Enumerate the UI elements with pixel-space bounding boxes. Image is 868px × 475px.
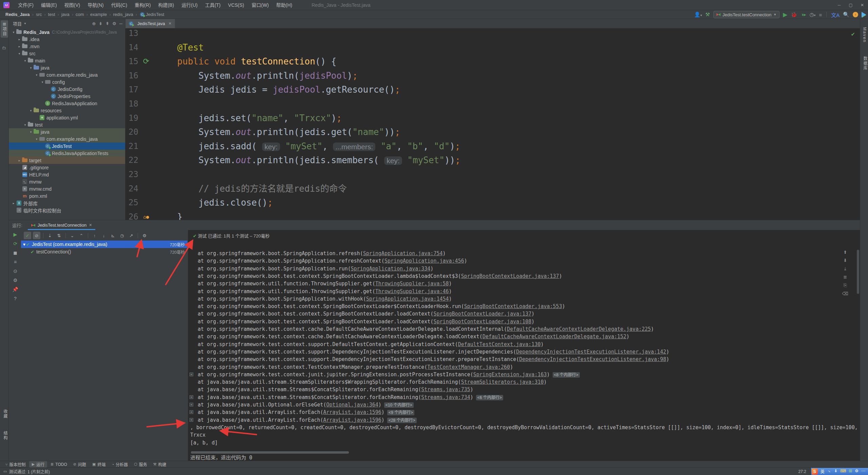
- tree-caret-icon[interactable]: ▾: [23, 242, 25, 247]
- update-icon[interactable]: ↑: [853, 12, 858, 17]
- project-tree-item[interactable]: ▾resources: [9, 107, 125, 114]
- stripe-tab-database[interactable]: 数据库: [862, 56, 868, 71]
- breadcrumb-item[interactable]: java: [61, 12, 70, 17]
- ime-board-icon[interactable]: ⊞: [849, 469, 852, 474]
- gear-icon[interactable]: ⚙: [141, 232, 148, 239]
- tree-caret-icon[interactable]: ▾: [17, 52, 21, 55]
- project-tree-item[interactable]: ▸.idea: [9, 36, 125, 43]
- stack-trace-link[interactable]: TestContextManager.java:260: [427, 364, 510, 370]
- menu-item[interactable]: 代码(C): [107, 0, 131, 10]
- search-everywhere-icon[interactable]: 🔍: [843, 12, 849, 18]
- user-icon[interactable]: 👤▾: [694, 12, 702, 18]
- project-tree-item[interactable]: ≋application.yml: [9, 114, 125, 121]
- ime-settings-icon[interactable]: ⚙: [855, 469, 859, 474]
- toolwindow-button-问题[interactable]: ⊘问题: [71, 461, 89, 468]
- tree-caret-icon[interactable]: ▾: [35, 137, 39, 141]
- breadcrumb-item[interactable]: test: [48, 12, 55, 17]
- tree-caret-icon[interactable]: ▾: [23, 59, 27, 62]
- sort-duration-icon[interactable]: ⇅: [55, 232, 63, 239]
- stripe-tab-structure[interactable]: 结构: [2, 431, 8, 440]
- ime-download-icon[interactable]: ⬇: [834, 469, 837, 474]
- tree-caret-icon[interactable]: ▾: [23, 123, 27, 127]
- inspection-ok-icon[interactable]: ✔: [851, 31, 855, 37]
- console-vscrollbar[interactable]: [857, 250, 859, 294]
- clear-icon[interactable]: ⌫: [842, 291, 848, 296]
- stack-trace-link[interactable]: SpringBootContextLoader.java:137: [433, 311, 531, 317]
- project-tree-item[interactable]: ▾com.example.redis_java: [9, 135, 125, 142]
- stack-trace-link[interactable]: SpringApplication.java:1454: [366, 296, 449, 302]
- tree-caret-icon[interactable]: ▾: [35, 73, 39, 77]
- project-locate-icon[interactable]: ⊕: [92, 21, 96, 26]
- close-icon[interactable]: ✕: [169, 21, 172, 26]
- tree-caret-icon[interactable]: ▸: [17, 38, 21, 41]
- stack-trace-link[interactable]: DependencyInjectionTestExecutionListener…: [516, 349, 666, 355]
- ime-punct-icon[interactable]: 丶: [827, 469, 831, 474]
- project-tree-item[interactable]: MDHELP.md: [9, 171, 125, 178]
- show-passed-icon[interactable]: ✓: [24, 232, 31, 239]
- stripe-tab-project[interactable]: ▦ 项目: [1, 20, 8, 38]
- breadcrumb-item[interactable]: JedisTest: [146, 12, 164, 17]
- project-tree-item[interactable]: ▾java: [9, 128, 125, 135]
- tree-caret-icon[interactable]: ▾: [29, 109, 33, 112]
- project-hide-icon[interactable]: ─: [119, 21, 122, 26]
- project-tree-item[interactable]: ▾config: [9, 78, 125, 86]
- export-icon[interactable]: ↗: [127, 232, 135, 239]
- tree-caret-icon[interactable]: ▾: [29, 66, 33, 70]
- translate-icon[interactable]: 文A: [831, 11, 840, 18]
- fold-expand-icon[interactable]: +: [190, 403, 193, 406]
- ime-lang-icon[interactable]: 英: [821, 469, 825, 474]
- run-button[interactable]: ▶: [783, 11, 787, 18]
- stack-trace-link[interactable]: Optional.java:364: [326, 402, 378, 408]
- fold-expand-icon[interactable]: +: [190, 395, 193, 399]
- stack-trace-link[interactable]: SpringBootContextLoader.java:553: [464, 303, 562, 309]
- project-tree-item[interactable]: ▾Redis_JavaC:\Coding\JavaProjects\Redis_…: [9, 28, 125, 36]
- history-icon[interactable]: ◷: [118, 232, 126, 239]
- folded-lines-badge[interactable]: <10 个内部行>: [384, 402, 414, 408]
- project-tree-item[interactable]: ▸⫼外部库: [9, 200, 125, 207]
- import-results-icon[interactable]: ⊾: [109, 232, 117, 239]
- breadcrumb-item[interactable]: src: [36, 12, 42, 17]
- stripe-tab-favorites[interactable]: 收藏: [2, 409, 8, 419]
- breadcrumb-item[interactable]: Redis_Java: [5, 12, 30, 17]
- test-passed-run-icon[interactable]: ⟳: [141, 54, 151, 69]
- stack-trace-link[interactable]: SpringExtension.java:163: [473, 372, 547, 378]
- breadcrumb-item[interactable]: example: [90, 12, 107, 17]
- pin-icon[interactable]: 📌: [12, 287, 18, 292]
- close-icon[interactable]: ✕: [856, 0, 868, 10]
- menu-item[interactable]: 帮助(H): [273, 0, 296, 10]
- close-icon[interactable]: ✕: [89, 223, 92, 227]
- project-tree-item[interactable]: ▸target: [9, 157, 125, 164]
- stack-trace-link[interactable]: SpringBootContextLoader.java:137: [461, 273, 559, 279]
- project-tree-item[interactable]: ◔临时文件和控制台: [9, 207, 125, 214]
- next-icon[interactable]: ↓: [100, 232, 107, 239]
- breadcrumb-item[interactable]: redis_java: [113, 12, 133, 17]
- caret-position[interactable]: 27:2: [798, 469, 806, 474]
- project-tree-item[interactable]: SRedisJavaApplication: [9, 100, 125, 107]
- stop-icon[interactable]: ◼: [13, 250, 17, 255]
- folded-lines-badge[interactable]: <6 个内部行>: [476, 395, 503, 400]
- stack-trace-link[interactable]: StreamSpliterators.java:310: [461, 379, 544, 385]
- ime-toolbar[interactable]: S 英丶⬇⌨⊞⚙⋯: [811, 468, 868, 475]
- tree-caret-icon[interactable]: ▾: [40, 80, 44, 84]
- menu-item[interactable]: VCS(S): [224, 0, 248, 10]
- project-tree-item[interactable]: mpom.xml: [9, 192, 125, 200]
- build-hammer-icon[interactable]: ⚒: [705, 12, 710, 18]
- project-tree-item[interactable]: CJedisProperties: [9, 93, 125, 100]
- menu-item[interactable]: 文件(F): [14, 0, 37, 10]
- folded-lines-badge[interactable]: <9 个内部行>: [387, 410, 414, 415]
- project-collapse-all-icon[interactable]: ⇞: [105, 21, 109, 26]
- stack-trace-link[interactable]: Streams.java:734: [421, 394, 470, 400]
- menu-item[interactable]: 重构(R): [131, 0, 154, 10]
- tree-caret-icon[interactable]: ▸: [12, 202, 16, 205]
- project-gear-icon[interactable]: ⚙: [112, 21, 116, 26]
- menu-item[interactable]: 构建(B): [155, 0, 178, 10]
- toolwindow-button-终端[interactable]: ▣终端: [90, 461, 108, 468]
- minimize-icon[interactable]: ─: [833, 0, 845, 10]
- run-config-select[interactable]: JedisTest.testConnection ▼: [713, 11, 780, 18]
- test-tree-row[interactable]: ▾✔JedisTest (com.example.redis_java)720毫…: [21, 241, 188, 248]
- fold-expand-icon[interactable]: +: [190, 418, 193, 422]
- stack-trace-link[interactable]: DefaultTestContext.java:130: [458, 341, 541, 347]
- stack-trace-link[interactable]: SpringBootContextLoader.java:108: [433, 319, 531, 325]
- run-tab[interactable]: JedisTest.testConnection ✕: [28, 220, 96, 230]
- folded-lines-badge[interactable]: <8 个内部行>: [553, 372, 580, 378]
